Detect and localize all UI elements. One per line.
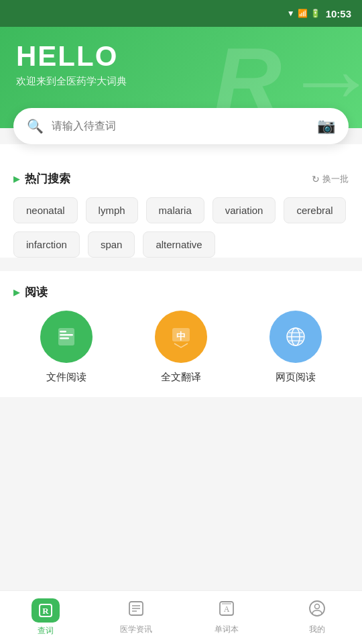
svg-rect-3 <box>60 331 66 333</box>
svg-rect-1 <box>60 334 73 336</box>
file-reading-label: 文件阅读 <box>46 371 86 384</box>
nav-item-mine[interactable]: 我的 <box>272 591 362 644</box>
reading-card-file[interactable]: 文件阅读 <box>13 311 119 384</box>
reading-arrow-icon: ▶ <box>13 288 19 297</box>
signal-icon: 📶 <box>298 9 308 18</box>
nav-mine-label: 我的 <box>309 624 325 635</box>
nav-wordbook-label: 单词本 <box>215 624 239 635</box>
tag-cerebral[interactable]: cerebral <box>284 197 345 223</box>
battery-icon: 🔋 <box>310 9 320 18</box>
reading-section: ▶ 阅读 文件阅读 中 <box>0 271 362 397</box>
refresh-label: 换一批 <box>322 173 349 185</box>
section-arrow-icon: ▶ <box>13 174 19 184</box>
search-icon: 🔍 <box>27 118 44 134</box>
main-content: ▶ 热门搜索 ↻ 换一批 neonatal lymph malaria vari… <box>0 144 362 258</box>
status-icons: ▼ 📶 🔋 <box>287 9 320 18</box>
refresh-button[interactable]: ↻ 换一批 <box>312 173 349 185</box>
nav-search-icon: R <box>32 598 60 623</box>
svg-text:A: A <box>223 604 229 614</box>
svg-rect-0 <box>58 328 74 345</box>
nav-mine-icon <box>308 600 326 621</box>
web-reading-icon <box>269 311 322 363</box>
tag-alternative[interactable]: alternative <box>143 231 215 258</box>
hot-search-tags: neonatal lymph malaria variation cerebra… <box>13 197 349 258</box>
search-input[interactable] <box>52 120 317 132</box>
nav-news-label: 医学资讯 <box>120 624 152 635</box>
svg-text:R: R <box>42 606 49 616</box>
reading-label: 阅读 <box>25 284 48 300</box>
reading-cards: 文件阅读 中 全文翻译 <box>13 311 349 397</box>
bottom-nav: R 查词 医学资讯 A 单词本 <box>0 590 362 644</box>
hot-search-header: ▶ 热门搜索 ↻ 换一批 <box>13 171 349 186</box>
reading-header: ▶ 阅读 <box>13 284 349 300</box>
app-subtitle: 欢迎来到全医药学大词典 <box>16 75 346 88</box>
refresh-icon: ↻ <box>312 174 320 184</box>
tag-neonatal[interactable]: neonatal <box>13 197 78 223</box>
svg-rect-2 <box>60 337 69 339</box>
tag-span[interactable]: span <box>88 231 135 258</box>
web-reading-label: 网页阅读 <box>276 371 316 384</box>
reading-title: ▶ 阅读 <box>13 284 48 300</box>
svg-text:中: 中 <box>176 331 186 341</box>
search-container: 🔍 📷 <box>0 108 362 144</box>
camera-icon[interactable]: 📷 <box>317 117 335 135</box>
status-bar: ▼ 📶 🔋 10:53 <box>0 0 362 27</box>
search-bar[interactable]: 🔍 📷 <box>13 108 349 144</box>
hot-search-label: 热门搜索 <box>25 171 70 186</box>
hot-search-title: ▶ 热门搜索 <box>13 171 70 186</box>
status-time: 10:53 <box>326 8 351 19</box>
file-reading-icon <box>40 311 93 363</box>
tag-malaria[interactable]: malaria <box>146 197 204 223</box>
nav-wordbook-icon: A <box>218 600 235 621</box>
nav-item-search[interactable]: R 查词 <box>0 591 90 644</box>
nav-search-label: 查词 <box>38 625 54 637</box>
app-title: HELLO <box>16 40 346 72</box>
wifi-icon: ▼ <box>287 9 295 18</box>
reading-card-web[interactable]: 网页阅读 <box>243 311 349 384</box>
translate-label: 全文翻译 <box>161 371 201 384</box>
nav-news-icon <box>127 600 145 621</box>
reading-card-translate[interactable]: 中 全文翻译 <box>128 311 233 384</box>
tag-infarction[interactable]: infarction <box>13 231 80 258</box>
nav-item-wordbook[interactable]: A 单词本 <box>181 591 272 644</box>
tag-variation[interactable]: variation <box>213 197 276 223</box>
translate-icon: 中 <box>155 311 207 363</box>
tag-lymph[interactable]: lymph <box>86 197 138 223</box>
nav-item-news[interactable]: 医学资讯 <box>90 591 181 644</box>
svg-point-21 <box>314 604 319 609</box>
